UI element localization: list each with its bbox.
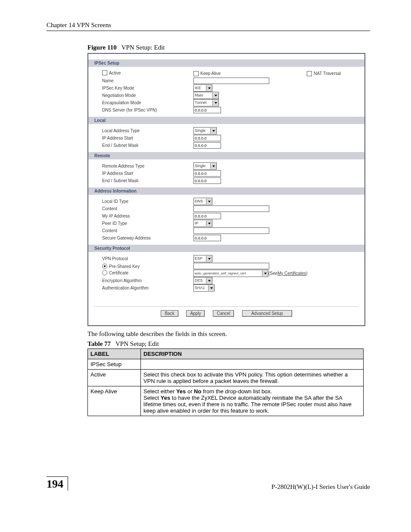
content2-input[interactable] — [193, 227, 269, 234]
section-remote: Remote — [88, 152, 364, 159]
enc-alg-select[interactable]: DES — [193, 277, 212, 284]
my-ip-input[interactable] — [193, 213, 221, 219]
advanced-setup-button[interactable]: Advanced Setup — [242, 310, 292, 317]
body-text: The following table describes the fields… — [87, 330, 370, 338]
dns-server-label: DNS Server (for IPSec VPN) — [102, 106, 193, 114]
negotiation-mode-label: Negotiation Mode — [102, 92, 193, 99]
chevron-down-icon — [206, 85, 212, 91]
cancel-button[interactable]: Cancel — [213, 310, 234, 317]
table-caption: Table 77 VPN Setup; Edit — [87, 340, 370, 348]
name-input[interactable] — [193, 78, 269, 84]
name-label: Name — [102, 77, 193, 84]
chevron-down-icon — [208, 285, 214, 291]
figure-caption: Figure 110 VPN Setup: Edit — [87, 44, 370, 51]
chevron-down-icon — [210, 128, 216, 134]
content1-input[interactable] — [193, 205, 269, 212]
dns-server-input[interactable] — [193, 107, 221, 113]
content1-label: Content — [102, 205, 193, 212]
button-row: Back Apply Cancel Advanced Setup — [94, 306, 358, 317]
chevron-down-icon — [210, 163, 216, 169]
chevron-down-icon — [212, 100, 218, 106]
active-checkbox[interactable]: Active — [102, 69, 121, 77]
ipsec-key-mode-label: IPSec Key Mode — [102, 84, 193, 92]
cert-close-text: ) — [306, 270, 307, 277]
section-security-protocol: Security Protocol — [88, 245, 364, 252]
chapter-header: Chapter 14 VPN Screens — [47, 22, 370, 29]
secure-gw-input[interactable] — [193, 235, 221, 241]
table-row: IPSec Setup — [88, 359, 364, 370]
cert-radio[interactable]: Certificate — [102, 269, 128, 277]
chevron-down-icon — [262, 271, 268, 276]
remote-end-mask-label: End / Subnet Mask — [102, 177, 193, 184]
remote-ip-start-label: IP Address Start — [102, 170, 193, 177]
content2-label: Content — [102, 227, 193, 234]
local-address-type-select[interactable]: Single — [193, 127, 217, 134]
nat-traversal-checkbox[interactable]: NAT Traversal — [307, 70, 341, 77]
local-ip-start-input[interactable] — [193, 135, 221, 141]
local-address-type-label: Local Address Type — [102, 127, 193, 134]
enc-alg-label: Encryption Algorithm — [102, 277, 193, 284]
chevron-down-icon — [206, 221, 212, 226]
peer-id-type-label: Peer ID Type — [102, 220, 193, 227]
chevron-down-icon — [206, 199, 212, 204]
chevron-down-icon — [206, 278, 212, 283]
section-local: Local — [88, 117, 364, 124]
local-id-type-select[interactable]: DNS — [193, 198, 212, 205]
ipsec-key-mode-select[interactable]: IKE — [193, 84, 212, 92]
page-number: 194 — [47, 476, 68, 491]
local-id-type-label: Local ID Type — [102, 198, 193, 205]
psk-input[interactable] — [193, 263, 269, 269]
keep-alive-checkbox[interactable]: Keep Alive — [193, 70, 221, 77]
my-ip-label: My IP Address — [102, 212, 193, 220]
encapsulation-mode-label: Encapsulation Mode — [102, 99, 193, 106]
table-row: Active Select this check box to activate… — [88, 370, 364, 386]
back-button[interactable]: Back — [161, 310, 178, 317]
chevron-down-icon — [206, 256, 212, 261]
vpn-setup-screenshot: IPSec Setup Active Keep Alive NAT Traver… — [87, 53, 365, 326]
vpn-protocol-select[interactable]: ESP — [193, 255, 212, 262]
vpn-protocol-label: VPN Protocol — [102, 255, 193, 262]
remote-address-type-select[interactable]: Single — [193, 162, 217, 170]
apply-button[interactable]: Apply — [186, 310, 205, 317]
remote-end-mask-input[interactable] — [193, 177, 221, 184]
remote-address-type-label: Remote Address Type — [102, 162, 193, 170]
section-address-info: Address Information — [88, 187, 364, 195]
chevron-down-icon — [212, 93, 218, 98]
figure-label: Figure 110 — [87, 44, 117, 51]
my-certificates-link[interactable]: My Certificates — [277, 270, 306, 277]
cert-see-text: (See — [268, 270, 277, 277]
local-end-mask-input[interactable] — [193, 142, 221, 149]
header-rule — [47, 31, 370, 31]
figure-title: VPN Setup: Edit — [121, 44, 165, 51]
table-row: Keep Alive Select either Yes or No from … — [88, 386, 364, 416]
table-label: Table 77 — [87, 340, 111, 347]
certificate-select[interactable]: auto_generated_self_signed_cert — [193, 270, 268, 277]
th-label: LABEL — [88, 349, 141, 359]
guide-name: P-2802H(W)(L)-I Series User's Guide — [271, 483, 370, 491]
local-ip-start-label: IP Address Start — [102, 134, 193, 142]
auth-alg-select[interactable]: SHA1 — [193, 284, 215, 292]
auth-alg-label: Authentication Algorithm — [102, 284, 193, 292]
table-title: VPN Setup; Edit — [115, 340, 159, 347]
th-description: DESCRIPTION — [141, 349, 364, 359]
negotiation-mode-select[interactable]: Main — [193, 92, 219, 99]
encapsulation-mode-select[interactable]: Tunnel — [193, 99, 219, 106]
peer-id-type-select[interactable]: IP — [193, 220, 212, 227]
local-end-mask-label: End / Subnet Mask — [102, 142, 193, 149]
remote-ip-start-input[interactable] — [193, 170, 221, 177]
section-ipsec-setup: IPSec Setup — [88, 59, 364, 67]
secure-gw-label: Secure Gateway Address — [102, 234, 193, 242]
description-table: LABEL DESCRIPTION IPSec Setup Active Sel… — [87, 348, 364, 416]
